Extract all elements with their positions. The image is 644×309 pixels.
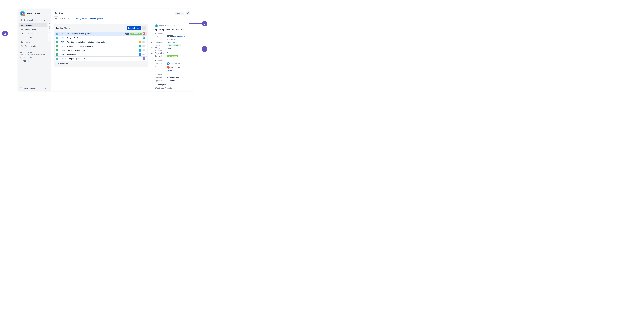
fix-versions-value[interactable]: 8.0 bbox=[167, 52, 190, 54]
avatar-icon bbox=[138, 41, 141, 43]
people-section-toggle[interactable]: ⌄People bbox=[155, 59, 190, 61]
collapse-sidebar-button[interactable]: « bbox=[45, 87, 46, 90]
filter-only-my-issues[interactable]: Only My Issues bbox=[75, 18, 87, 20]
attachments-icon[interactable] bbox=[151, 52, 153, 54]
epic-link-value[interactable]: Mars Landing bbox=[167, 55, 190, 57]
priority-arrow-icon: ↑ bbox=[59, 33, 60, 35]
view-workflow-link[interactable]: View Workflow bbox=[174, 35, 185, 37]
created-value: 13 minutes ago bbox=[167, 77, 190, 79]
issue-key[interactable]: TIS-2 bbox=[61, 37, 66, 39]
affects-label: Affects Version/s: bbox=[155, 47, 167, 51]
svg-point-11 bbox=[22, 46, 22, 46]
assign-to-me-link[interactable]: Assign to me bbox=[167, 70, 190, 72]
info-icon[interactable] bbox=[151, 36, 153, 38]
issue-key[interactable]: TIS-5 bbox=[61, 49, 66, 51]
shortcuts-help: Add a link to useful information for you… bbox=[18, 54, 48, 58]
avatar-icon bbox=[138, 49, 141, 52]
backlog-more-button[interactable]: ⋯ bbox=[142, 26, 146, 30]
comments-icon[interactable]: 0 bbox=[151, 46, 153, 50]
sidebar: Teams in Space Scrum in Space ⌄ Backlog … bbox=[18, 9, 48, 91]
issue-key[interactable]: TIS-1 bbox=[61, 33, 66, 35]
callout-2-right: 2 bbox=[190, 21, 208, 26]
issue-list: ✓ ↑ TIS-1 Spaceship tracker app updates … bbox=[54, 32, 147, 61]
sprints-icon bbox=[21, 28, 24, 31]
version-badge: 8.0 bbox=[126, 33, 129, 34]
issues-icon bbox=[21, 41, 24, 43]
status-label: Status: bbox=[155, 35, 167, 37]
vertical-tabs: VERSIONS EPICS bbox=[48, 9, 51, 91]
svg-rect-0 bbox=[21, 19, 23, 21]
issue-row[interactable]: ✓ ↑ TIS-10 Complete ignition tests bbox=[54, 56, 147, 61]
issue-row[interactable]: ◻ ↑ TIS-3 Enter the landing trajectory i… bbox=[54, 40, 147, 44]
count-pill: 2 bbox=[142, 49, 145, 51]
issue-row[interactable]: ◻ ↑ TIS-4 Send the pre-landing report to… bbox=[54, 44, 147, 48]
reporter-value[interactable]: Captain Joe bbox=[167, 62, 190, 65]
svg-rect-9 bbox=[22, 41, 23, 42]
gear-icon bbox=[20, 87, 22, 90]
details-section-toggle[interactable]: ⌄Details bbox=[155, 32, 190, 34]
board-dropdown-button[interactable]: Board⌄ bbox=[175, 12, 184, 15]
issue-key[interactable]: TIS-10 bbox=[61, 58, 66, 60]
issue-type-icon: ✓ bbox=[56, 32, 58, 35]
issue-summary: Spaceship tracker app updates bbox=[66, 33, 124, 35]
svg-point-12 bbox=[21, 88, 21, 89]
issue-type-icon: ◻ bbox=[56, 54, 58, 56]
priority-arrow-icon: ↑ bbox=[59, 41, 60, 43]
chevron-down-icon: ⌄ bbox=[155, 84, 156, 86]
callout-3-right: 3 bbox=[185, 46, 208, 52]
project-header[interactable]: Teams in Space bbox=[18, 11, 48, 17]
labels-value[interactable]: rocketsoftware bbox=[167, 44, 190, 46]
project-settings-button[interactable]: Project settings bbox=[20, 87, 36, 90]
chevron-down-icon: ⌄ bbox=[155, 60, 156, 61]
created-label: Created: bbox=[155, 77, 167, 79]
issue-type-icon: ✓ bbox=[56, 58, 58, 60]
description-icon[interactable] bbox=[151, 41, 153, 43]
svg-line-16 bbox=[56, 19, 57, 20]
issue-summary: Cleanup the landing site bbox=[66, 49, 138, 51]
issue-type-icon: ◻ bbox=[56, 41, 58, 43]
create-sprint-button[interactable]: Create Sprint bbox=[126, 26, 141, 30]
description-section-toggle[interactable]: ⌄Description bbox=[155, 84, 190, 86]
issue-row[interactable]: ✓ ↑ TIS-1 Spaceship tracker app updates … bbox=[54, 32, 147, 36]
dates-section-toggle[interactable]: ⌄Dates bbox=[155, 74, 190, 76]
expand-button[interactable] bbox=[186, 11, 190, 16]
nav-issues[interactable]: Issues bbox=[19, 40, 47, 44]
subtasks-icon[interactable]: 0 bbox=[151, 57, 153, 61]
nav-backlog[interactable]: Backlog bbox=[19, 23, 47, 27]
issue-row[interactable]: ◻ ↑ TIS-5 Cleanup the landing site 2 bbox=[54, 48, 147, 52]
issue-row[interactable]: ◻ ↑ TIS-6 Hire the team 5 bbox=[54, 52, 147, 56]
avatar-icon bbox=[138, 53, 141, 56]
quick-filters-label: QUICK FILTERS: bbox=[60, 18, 72, 20]
nav-components[interactable]: Components bbox=[19, 44, 47, 48]
project-name: Teams in Space bbox=[26, 12, 40, 14]
priority-value[interactable]: ↑ Medium bbox=[167, 38, 190, 40]
search-button[interactable] bbox=[54, 16, 58, 21]
status-value[interactable]: TO DO (View Workflow) bbox=[167, 35, 190, 37]
description-placeholder[interactable]: Click to add description bbox=[155, 87, 190, 89]
svg-point-15 bbox=[56, 18, 56, 19]
labels-label: Labels: bbox=[155, 44, 167, 46]
issue-key[interactable]: TIS-6 bbox=[61, 54, 66, 56]
count-pill: 1 bbox=[142, 41, 145, 43]
epic-link-label: Epic Link: bbox=[155, 55, 167, 57]
add-link-button[interactable]: +Add link bbox=[18, 58, 48, 63]
assignee-value[interactable]: Master Engineer bbox=[167, 66, 190, 68]
issue-key-link[interactable]: TIS-1 bbox=[173, 25, 177, 27]
updated-value: 3 minutes ago bbox=[167, 80, 190, 82]
backlog-title: Backlog bbox=[56, 27, 63, 29]
issue-title[interactable]: Spaceship tracker app updates bbox=[155, 28, 190, 30]
svg-line-13 bbox=[188, 12, 188, 13]
chevron-down-icon: ⌄ bbox=[44, 19, 46, 21]
project-logo-small-icon bbox=[155, 24, 158, 27]
components-value[interactable]: Spaceship bbox=[167, 41, 190, 43]
filter-recently-updated[interactable]: Recently Updated bbox=[89, 18, 103, 20]
svg-rect-6 bbox=[22, 29, 23, 30]
updated-label: Updated: bbox=[155, 80, 167, 82]
create-issue-button[interactable]: +Create issue bbox=[54, 61, 148, 64]
svg-rect-5 bbox=[22, 26, 23, 26]
issue-row[interactable]: ✓ ↑ TIS-2 Verify the landing site bbox=[54, 36, 147, 40]
board-selector[interactable]: Scrum in Space ⌄ bbox=[19, 18, 47, 22]
issue-summary: Send the pre-landing report to Earth bbox=[66, 45, 138, 47]
issue-key[interactable]: TIS-3 bbox=[61, 41, 66, 43]
issue-key[interactable]: TIS-4 bbox=[61, 45, 66, 47]
